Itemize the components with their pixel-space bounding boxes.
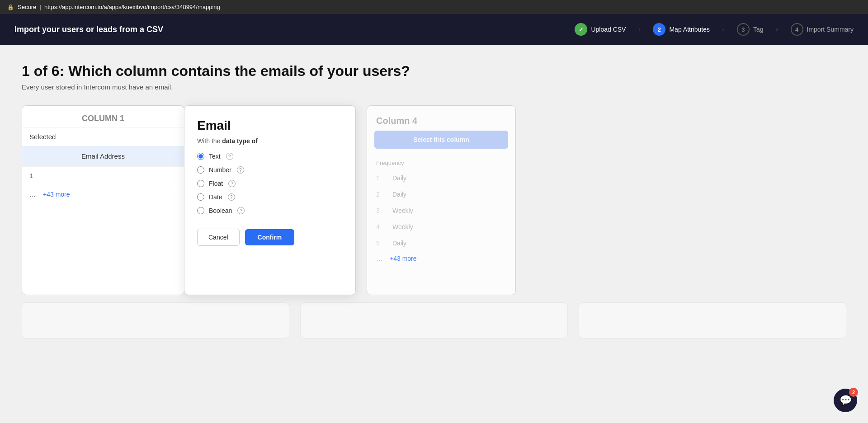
step-label-tag: Tag [753,26,764,33]
step-upload-csv: ✓ Upload CSV [575,23,626,36]
page-subtitle: Every user stored in Intercom must have … [22,83,846,91]
right-panel: Column 4 Select this column Frequency 1 … [367,105,516,295]
step-label-summary: Import Summary [807,26,854,33]
button-row: Cancel Confirm [197,229,343,246]
col-row-3: 3 Weekly [367,202,515,219]
row-val-4: Weekly [392,223,413,230]
radio-label-text: Text [209,153,221,160]
select-column-button[interactable]: Select this column [374,131,508,149]
app-title: Import your users or leads from a CSV [14,25,163,34]
step-circle-upload: ✓ [575,23,587,36]
cancel-button[interactable]: Cancel [197,229,240,246]
help-icon-text[interactable]: ? [226,153,233,160]
step-circle-map: 2 [653,23,665,36]
row-val-2: Daily [392,191,406,198]
step-circle-summary: 4 [791,23,803,36]
radio-date[interactable] [197,193,204,201]
row-num-3: 3 [376,207,385,214]
radio-label-boolean: Boolean [209,207,232,214]
attribute-title: Email [197,118,343,133]
radio-boolean[interactable] [197,207,204,214]
row-val-5: Daily [392,240,406,247]
help-icon-float[interactable]: ? [228,180,236,187]
step-label-upload: Upload CSV [591,26,626,33]
col-row-1: 1 Daily [367,170,515,186]
radio-number[interactable] [197,166,204,174]
right-panel-title: Column 4 [367,106,515,131]
row-num-4: 4 [376,223,385,230]
more-link-right[interactable]: +43 more [390,255,417,262]
step-circle-tag: 3 [737,23,750,36]
center-panel: Email With the data type of Text ? Numbe… [184,105,356,295]
radio-label-date: Date [209,193,222,201]
row-num-5: 5 [376,240,385,247]
url-prefix: https://app.intercom.io [44,4,102,10]
bottom-col-1 [22,302,289,338]
step-label-map: Map Attributes [669,26,710,33]
columns-area: COLUMN 1 Selected Email Address 1 … +43 … [22,105,846,295]
radio-item-number[interactable]: Number ? [197,166,343,174]
radio-item-float[interactable]: Float ? [197,180,343,187]
lock-icon: 🔒 [7,4,14,10]
radio-item-text[interactable]: Text ? [197,153,343,160]
step-map-attributes[interactable]: 2 Map Attributes [653,23,710,36]
col-frequency-header: Frequency [367,156,515,170]
bottom-col-3 [579,302,846,338]
radio-text[interactable] [197,153,204,160]
help-icon-boolean[interactable]: ? [237,207,245,214]
col-more-row: … +43 more [367,251,515,266]
more-link-left[interactable]: +43 more [43,191,70,198]
bottom-columns [22,302,846,338]
col-row-5: 5 Daily [367,235,515,251]
more-dots-left: … [29,191,36,198]
step-divider-1: › [638,26,640,33]
row-val-1: Daily [392,174,406,182]
radio-float[interactable] [197,180,204,187]
help-icon-number[interactable]: ? [237,166,244,174]
left-panel-column-header: COLUMN 1 [22,106,184,127]
step-divider-2: › [722,26,724,33]
more-dots-right: … [376,255,382,262]
steps-nav: ✓ Upload CSV › 2 Map Attributes › 3 Tag … [575,23,854,36]
selected-badge: Selected [22,127,184,146]
step-import-summary[interactable]: 4 Import Summary [791,23,854,36]
row-num-1: 1 [376,174,385,182]
browser-bar: 🔒 Secure | https://app.intercom.io/a/app… [0,0,868,14]
email-address-row: Email Address [22,146,184,166]
data-type-label: With the data type of [197,137,343,145]
bottom-col-2 [300,302,568,338]
row-val-3: Weekly [392,207,413,214]
radio-item-date[interactable]: Date ? [197,193,343,201]
radio-item-boolean[interactable]: Boolean ? [197,207,343,214]
secure-label: Secure [18,4,36,10]
help-icon-date[interactable]: ? [228,193,235,201]
more-row-left: … +43 more [22,185,184,203]
page-content: 1 of 6: Which column contains the emails… [0,45,868,349]
radio-label-float: Float [209,180,223,187]
step-divider-3: › [776,26,778,33]
radio-group: Text ? Number ? Float ? Date ? [197,153,343,214]
data-row-1: 1 [22,166,184,185]
browser-url: Secure | https://app.intercom.io/a/apps/… [18,4,220,10]
col-row-4: 4 Weekly [367,219,515,235]
radio-label-number: Number [209,166,231,174]
url-path: /a/apps/kuexibvo/import/csv/348994/mappi… [102,4,220,10]
confirm-button[interactable]: Confirm [245,229,295,245]
left-panel: COLUMN 1 Selected Email Address 1 … +43 … [22,105,184,295]
page-title: 1 of 6: Which column contains the emails… [22,63,846,80]
row-num-2: 2 [376,191,385,198]
step-tag[interactable]: 3 Tag [737,23,764,36]
col-row-2: 2 Daily [367,186,515,202]
app-header: Import your users or leads from a CSV ✓ … [0,14,868,45]
